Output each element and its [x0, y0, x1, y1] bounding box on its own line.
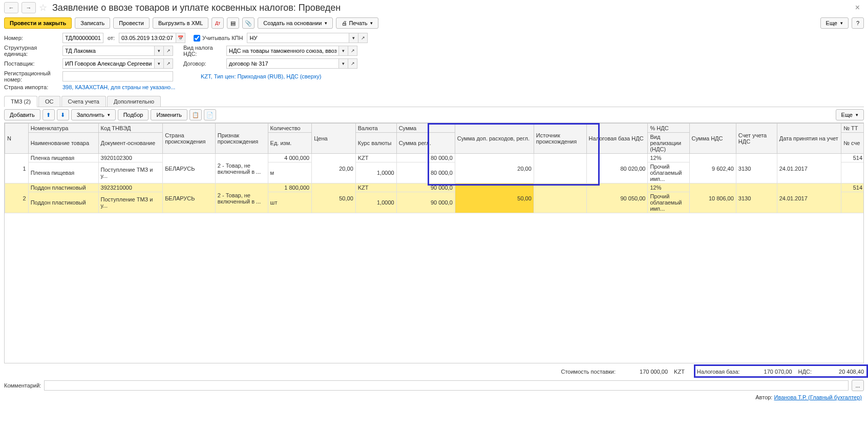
select-button[interactable]: Подбор	[118, 109, 149, 120]
tab-tmz[interactable]: ТМЗ (2)	[4, 96, 37, 107]
from-label: от:	[108, 35, 115, 41]
create-based-button[interactable]: Создать на основании	[258, 17, 333, 29]
kpn-value-input[interactable]	[247, 33, 349, 43]
help-button[interactable]: ?	[852, 17, 864, 29]
contract-input[interactable]	[226, 58, 339, 69]
struct-label: Структурная единица:	[4, 45, 60, 57]
col-taxbase[interactable]: Налоговая база НДС	[586, 124, 648, 154]
tab-os[interactable]: ОС	[38, 96, 60, 107]
move-up-button[interactable]: ⬆	[43, 109, 55, 120]
move-down-button[interactable]: ⬇	[57, 109, 69, 120]
more-button[interactable]: Еще	[820, 17, 849, 29]
col-account[interactable]: Счет учета НДС	[736, 124, 777, 154]
open-icon[interactable]: ↗	[164, 58, 173, 69]
col-country[interactable]: Страна происхождения	[163, 124, 216, 154]
dropdown-icon[interactable]: ▾	[339, 58, 348, 69]
page-title: Заявление о ввозе товаров и уплате косве…	[52, 3, 341, 13]
nav-forward-button[interactable]: →	[22, 2, 36, 13]
write-button[interactable]: Записать	[75, 17, 110, 29]
col-tnved[interactable]: Код ТНВЭД	[98, 124, 163, 133]
dropdown-icon[interactable]: ▾	[339, 46, 348, 56]
totals-row: Стоимость поставки: 170 000,00 KZT Налог…	[0, 365, 868, 378]
vat-type-label: Вид налога НДС:	[183, 45, 224, 57]
post-and-close-button[interactable]: Провести и закрыть	[4, 17, 72, 29]
base-value: 170 070,00	[746, 369, 792, 375]
col-vatsum[interactable]: Сумма НДС	[689, 124, 736, 154]
col-sumreg[interactable]: Сумма регл.	[396, 133, 455, 154]
col-price[interactable]: Цена	[312, 124, 356, 154]
comment-more-button[interactable]: ...	[852, 380, 864, 391]
export-xml-button[interactable]: Выгрузить в XML	[153, 17, 208, 29]
comment-label: Комментарий:	[4, 382, 41, 389]
col-n[interactable]: N	[5, 124, 29, 154]
table-row[interactable]: 1 Пленка пищевая3920102300 БЕЛАРУСЬ 2 - …	[5, 154, 864, 162]
dropdown-icon[interactable]: ▾	[155, 46, 164, 56]
dropdown-icon[interactable]: ▾	[349, 33, 358, 43]
col-currency[interactable]: Валюта	[355, 124, 396, 133]
dropdown-icon[interactable]: ▾	[155, 58, 164, 69]
add-button[interactable]: Добавить	[4, 109, 40, 120]
col-tt[interactable]: № ТТ	[841, 124, 864, 133]
attach-button[interactable]: 📎	[242, 17, 255, 29]
vat-value: 20 408,40	[818, 369, 864, 375]
cost-currency: KZT	[674, 369, 685, 375]
base-label: Налоговая база:	[697, 369, 740, 375]
col-sign[interactable]: Признак происхождения	[215, 124, 268, 154]
open-icon[interactable]: ↗	[164, 46, 173, 56]
struct-input[interactable]	[62, 46, 155, 56]
paste-button[interactable]: 📄	[204, 109, 216, 120]
vat-label: НДС:	[798, 369, 812, 375]
col-source[interactable]: Источник происхождения	[534, 124, 586, 154]
open-icon[interactable]: ↗	[358, 33, 368, 43]
close-icon[interactable]: ×	[851, 3, 864, 12]
tab-extra[interactable]: Дополнительно	[107, 96, 161, 107]
vat-type-input[interactable]	[226, 46, 339, 56]
favorite-star-icon[interactable]: ☆	[39, 2, 47, 13]
contract-info-link[interactable]: KZT, Тип цен: Приходная (RUB), НДС (свер…	[201, 73, 321, 79]
date-input[interactable]	[119, 33, 176, 43]
col-uom[interactable]: Ед. изм.	[268, 133, 312, 154]
data-grid[interactable]: N Номенклатура Код ТНВЭД Страна происхож…	[5, 123, 864, 213]
cost-value: 170 000,00	[622, 369, 668, 375]
country-label: Страна импорта:	[4, 84, 60, 90]
col-name[interactable]: Наименование товара	[28, 133, 98, 154]
col-nom[interactable]: Номенклатура	[28, 124, 98, 133]
contract-label: Договор:	[183, 60, 224, 67]
col-accn[interactable]: № сче	[841, 133, 864, 154]
open-icon[interactable]: ↗	[348, 46, 357, 56]
col-vattype[interactable]: Вид реализации (НДС)	[648, 133, 689, 154]
col-extra[interactable]: Сумма доп. расходов, регл.	[455, 124, 534, 154]
dt-kt-button[interactable]: Дт	[211, 17, 224, 29]
copy-button[interactable]: 📋	[189, 109, 202, 120]
reg-input[interactable]	[62, 71, 173, 82]
col-vatpct[interactable]: % НДС	[648, 124, 689, 133]
kpn-label: Учитывать КПН	[202, 35, 243, 41]
col-sum[interactable]: Сумма	[396, 124, 455, 133]
supplier-input[interactable]	[62, 58, 155, 69]
col-doc[interactable]: Документ-основание	[98, 133, 163, 154]
nav-back-button[interactable]: ←	[4, 2, 18, 13]
fill-button[interactable]: Заполнить	[71, 109, 116, 120]
author-link[interactable]: Иванова Т.Р. (Главный бухгалтер)	[774, 394, 862, 400]
table-wrap: N Номенклатура Код ТНВЭД Страна происхож…	[4, 123, 864, 363]
kpn-checkbox[interactable]	[194, 35, 200, 42]
list-button[interactable]: ▤	[227, 17, 239, 29]
col-dateacc[interactable]: Дата принятия на учет	[777, 124, 841, 154]
col-qty[interactable]: Количество	[268, 124, 312, 133]
print-button[interactable]: 🖨 Печать	[336, 17, 378, 29]
supplier-label: Поставщик:	[4, 60, 60, 67]
reg-label: Регистрационный номер:	[4, 70, 60, 83]
cost-label: Стоимость поставки:	[561, 369, 616, 375]
edit-button[interactable]: Изменить	[151, 109, 187, 120]
table-row[interactable]: 2 Поддон пластиковый3923210000 БЕЛАРУСЬ …	[5, 184, 864, 192]
post-button[interactable]: Провести	[113, 17, 150, 29]
country-info-link[interactable]: 398, КАЗАХСТАН, для страны не указано...	[62, 84, 175, 90]
tab-more-button[interactable]: Еще	[836, 109, 864, 120]
number-input[interactable]	[62, 33, 103, 43]
comment-input[interactable]	[44, 380, 849, 391]
col-rate[interactable]: Курс валюты	[355, 133, 396, 154]
tab-accounts[interactable]: Счета учета	[61, 96, 106, 107]
author-label: Автор:	[755, 394, 772, 400]
calendar-icon[interactable]: 📅	[176, 33, 185, 43]
open-icon[interactable]: ↗	[348, 58, 357, 69]
